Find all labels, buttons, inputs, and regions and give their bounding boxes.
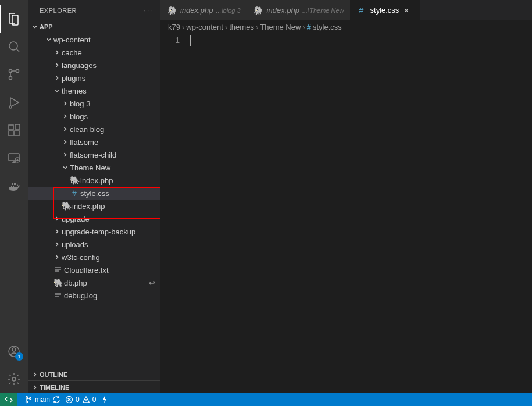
- tree-folder[interactable]: languages: [28, 59, 160, 72]
- svg-rect-7: [15, 131, 19, 136]
- timeline-label: TIMELINE: [40, 384, 69, 391]
- settings-gear-icon[interactable]: [0, 365, 28, 393]
- editor-area: 🐘 index.php ...\blog 3 🐘 index.php ...\T…: [160, 0, 532, 393]
- tree-label: wp-content: [53, 35, 91, 44]
- svg-point-12: [12, 348, 16, 351]
- chevron-right-icon: [60, 138, 70, 145]
- breadcrumb-item[interactable]: themes: [229, 23, 254, 31]
- sidebar-root-section[interactable]: APP: [28, 20, 160, 33]
- statusbar: main 0 0: [0, 393, 532, 406]
- editor-body[interactable]: 1: [160, 33, 532, 393]
- problems-indicator[interactable]: 0 0: [65, 396, 96, 404]
- tree-label: clean blog: [70, 125, 104, 134]
- tree-label: uploads: [62, 240, 88, 249]
- tree-label: index.php: [72, 202, 105, 211]
- text-file-icon: [52, 291, 64, 300]
- chevron-right-icon: [52, 228, 62, 235]
- chevron-down-icon: [60, 164, 70, 171]
- tree-label: Cloudflare.txt: [64, 266, 109, 275]
- tree-folder[interactable]: blogs: [28, 110, 160, 123]
- tree-file[interactable]: 🐘 index.php: [28, 174, 160, 187]
- tree-file[interactable]: debug.log: [28, 289, 160, 302]
- tree-folder[interactable]: themes: [28, 84, 160, 97]
- tree-file[interactable]: Cloudflare.txt: [28, 263, 160, 276]
- svg-point-4: [9, 106, 12, 108]
- php-file-icon: 🐘: [60, 201, 72, 211]
- tree-label: blogs: [70, 112, 88, 121]
- tree-folder[interactable]: upgrade-temp-backup: [28, 225, 160, 238]
- git-modified-icon: ↩: [149, 279, 155, 287]
- sidebar-root-label: APP: [40, 23, 53, 30]
- live-server-icon[interactable]: [101, 396, 109, 404]
- tree-label: upgrade-temp-backup: [62, 227, 135, 236]
- tree-folder[interactable]: uploads: [28, 238, 160, 251]
- breadcrumb-item[interactable]: style.css: [313, 23, 342, 31]
- chevron-right-icon: [30, 371, 40, 378]
- breadcrumbs[interactable]: k79 › wp-content › themes › Theme New › …: [160, 20, 532, 33]
- docker-icon[interactable]: [0, 172, 28, 200]
- chevron-right-icon: [60, 151, 70, 158]
- tree-label: upgrade: [62, 215, 90, 223]
- tree-label: Theme New: [70, 163, 110, 172]
- explorer-icon[interactable]: [0, 5, 28, 33]
- run-debug-icon[interactable]: [0, 88, 28, 116]
- more-icon[interactable]: ···: [144, 7, 153, 14]
- tree-label: themes: [62, 87, 87, 95]
- chevron-right-icon: ›: [256, 23, 258, 31]
- extensions-icon[interactable]: [0, 116, 28, 144]
- tree-folder[interactable]: clean blog: [28, 123, 160, 136]
- tab[interactable]: 🐘 index.php ...\Theme New: [247, 0, 350, 20]
- chevron-right-icon: ›: [302, 23, 305, 31]
- tab[interactable]: # style.css: [350, 0, 420, 20]
- css-file-icon: #: [356, 6, 367, 15]
- tab[interactable]: 🐘 index.php ...\blog 3: [160, 0, 247, 20]
- tabs-bar: 🐘 index.php ...\blog 3 🐘 index.php ...\T…: [160, 0, 532, 20]
- breadcrumb-item[interactable]: k79: [168, 23, 180, 31]
- source-control-icon[interactable]: [0, 60, 28, 88]
- remote-indicator[interactable]: [0, 393, 17, 406]
- breadcrumb-item[interactable]: wp-content: [186, 23, 223, 31]
- git-branch[interactable]: main: [24, 396, 60, 404]
- tab-label: index.php: [180, 6, 213, 15]
- php-file-icon: 🐘: [52, 278, 64, 287]
- chevron-right-icon: [52, 62, 62, 69]
- svg-rect-6: [9, 131, 13, 136]
- tab-label: index.php: [267, 6, 299, 15]
- tree-folder[interactable]: upgrade: [28, 212, 160, 225]
- close-icon[interactable]: [402, 6, 411, 15]
- outline-section[interactable]: OUTLINE: [28, 368, 160, 380]
- tree-folder[interactable]: blog 3: [28, 97, 160, 110]
- tree-folder[interactable]: flatsome: [28, 136, 160, 148]
- svg-point-0: [9, 42, 17, 50]
- tree-file[interactable]: 🐘 db.php ↩: [28, 276, 160, 289]
- tree-label: plugins: [62, 74, 85, 83]
- chevron-right-icon: [52, 241, 62, 248]
- chevron-down-icon: [30, 23, 40, 30]
- search-icon[interactable]: [0, 33, 28, 60]
- tree-label: style.css: [80, 189, 109, 198]
- tree-folder[interactable]: wp-content: [28, 33, 160, 46]
- chevron-down-icon: [52, 87, 62, 94]
- tree-file[interactable]: 🐘 index.php: [28, 200, 160, 212]
- file-tree: wp-content cache languages plugins theme…: [28, 33, 160, 368]
- text-cursor: [190, 35, 191, 46]
- tree-file[interactable]: # style.css: [28, 187, 160, 200]
- timeline-section[interactable]: TIMELINE: [28, 380, 160, 393]
- tree-folder[interactable]: cache: [28, 46, 160, 59]
- account-icon[interactable]: 1: [0, 337, 28, 365]
- tree-folder[interactable]: Theme New: [28, 161, 160, 174]
- chevron-right-icon: [52, 49, 62, 56]
- tree-label: index.php: [80, 176, 113, 185]
- outline-label: OUTLINE: [40, 371, 67, 378]
- breadcrumb-item[interactable]: Theme New: [260, 23, 301, 31]
- chevron-right-icon: [52, 215, 62, 222]
- tree-label: w3tc-config: [62, 253, 100, 262]
- css-file-icon: #: [307, 23, 311, 31]
- tree-folder[interactable]: plugins: [28, 72, 160, 84]
- remote-explorer-icon[interactable]: [0, 144, 28, 172]
- tree-folder[interactable]: w3tc-config: [28, 251, 160, 263]
- tree-folder[interactable]: flatsome-child: [28, 148, 160, 161]
- tab-path: ...\blog 3: [216, 7, 240, 14]
- code-area[interactable]: [189, 33, 532, 393]
- chevron-down-icon: [44, 36, 53, 43]
